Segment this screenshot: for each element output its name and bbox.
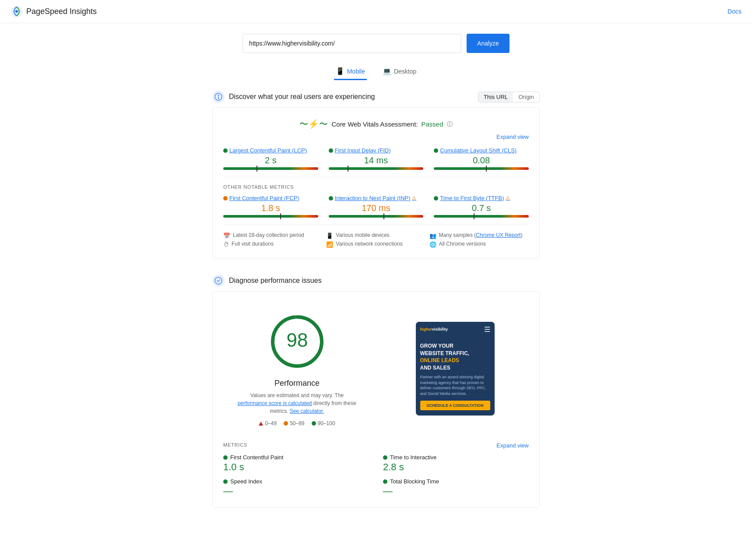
bottom-metric-fcp: First Contentful Paint 1.0 s <box>223 454 369 473</box>
performance-score-link[interactable]: performance score is calculated <box>238 400 312 406</box>
logo: PageSpeed Insights <box>11 5 97 18</box>
metric-inp-value: 170 ms <box>329 203 424 213</box>
desktop-icon: 💻 <box>383 67 391 75</box>
bottom-metric-si: Speed Index — <box>223 478 369 497</box>
legend-red-triangle <box>259 422 263 426</box>
metric-lcp: Largest Contentful Paint (LCP) 2 s <box>223 147 318 170</box>
bottom-metric-tbt: Total Blocking Time — <box>383 478 529 497</box>
legend-bad: 0–49 <box>259 420 277 426</box>
main-content: Discover what your real users are experi… <box>205 84 547 508</box>
calculator-link[interactable]: See calculator. <box>290 408 324 414</box>
clock-icon: ⏱ <box>223 241 229 248</box>
network-icon: 📶 <box>326 241 333 248</box>
metrics-label: METRICS <box>223 442 247 449</box>
docs-link[interactable]: Docs <box>727 8 741 15</box>
chrome-icon: 🌐 <box>429 241 436 248</box>
primary-metrics-grid: Largest Contentful Paint (LCP) 2 s First… <box>223 147 529 170</box>
pagespeed-logo-icon <box>11 5 23 18</box>
metric-ttfb-bar <box>434 215 529 218</box>
info-visit-duration: ⏱ Full visit durations <box>223 241 323 248</box>
tab-desktop[interactable]: 💻 Desktop <box>381 63 418 80</box>
legend-orange-dot <box>284 421 288 426</box>
preview-logo: highervisibility <box>420 327 448 331</box>
info-network: 📶 Various network connections <box>326 241 425 248</box>
diagnose-icon <box>212 275 225 287</box>
score-legend: 0–49 50–89 90–100 <box>232 420 362 426</box>
score-area: 98 Performance Values are estimated and … <box>223 302 529 435</box>
metric-lcp-name[interactable]: Largest Contentful Paint (LCP) <box>223 147 318 154</box>
bottom-tti-dot <box>383 455 387 460</box>
tab-desktop-label: Desktop <box>394 68 416 75</box>
cwv-assessment-label: Core Web Vitals Assessment: <box>331 120 418 128</box>
inp-warning-icon: ⚠ <box>412 195 416 201</box>
inp-dot <box>329 196 333 201</box>
bottom-si-dot <box>223 479 228 484</box>
metric-cls-value: 0.08 <box>434 155 529 166</box>
diagnose-title: Diagnose performance issues <box>229 277 322 285</box>
metric-cls: Cumulative Layout Shift (CLS) 0.08 <box>434 147 529 170</box>
metric-inp: Interaction to Next Paint (INP) ⚠ 170 ms <box>329 195 424 218</box>
cwv-icon: 〜⚡〜 <box>299 118 328 130</box>
preview-menu-icon: ☰ <box>484 325 490 334</box>
url-input[interactable] <box>242 34 461 53</box>
preview-subtext: Partner with an award winning digital ma… <box>420 374 490 396</box>
mobile-devices-icon: 📱 <box>326 232 333 239</box>
other-notable-label: OTHER NOTABLE METRICS <box>223 184 529 190</box>
chrome-ux-link[interactable]: Chrome UX Report <box>476 232 520 238</box>
ttfb-dot <box>434 196 438 201</box>
legend-green-dot <box>312 421 316 426</box>
info-col-2: 📱 Various mobile devices 📶 Various netwo… <box>326 232 425 248</box>
fid-dot <box>329 148 333 153</box>
metric-fid-bar <box>329 167 424 170</box>
discover-title: Discover what your real users are experi… <box>229 93 375 101</box>
metric-fcp: First Contentful Paint (FCP) 1.8 s <box>223 195 318 218</box>
bottom-metrics: METRICS Expand view First Contentful Pai… <box>223 442 529 497</box>
metric-fcp-name[interactable]: First Contentful Paint (FCP) <box>223 195 318 201</box>
preview-cta-button: SCHEDULE A CONSULTATION <box>420 401 490 410</box>
performance-label: Performance <box>232 379 362 388</box>
diagnose-section-header: Diagnose performance issues <box>212 268 540 291</box>
bottom-metrics-header: METRICS Expand view <box>223 442 529 449</box>
score-circle-container: 98 <box>267 311 328 373</box>
bottom-tti-name: Time to Interactive <box>383 454 529 461</box>
score-circle-svg: 98 <box>267 311 328 372</box>
diagnose-expand-view[interactable]: Expand view <box>496 442 529 449</box>
info-col-1: 📅 Latest 28-day collection period ⏱ Full… <box>223 232 323 248</box>
metric-ttfb: Time to First Byte (TTFB) ⚠ 0.7 s <box>434 195 529 218</box>
tabs-section: 📱 Mobile 💻 Desktop <box>0 60 752 84</box>
bottom-fcp-name: First Contentful Paint <box>223 454 369 461</box>
search-section: Analyze <box>0 23 752 60</box>
bottom-tbt-name: Total Blocking Time <box>383 478 529 485</box>
origin-button[interactable]: Origin <box>513 92 539 102</box>
metric-ttfb-value: 0.7 s <box>434 203 529 213</box>
this-url-button[interactable]: This URL <box>478 92 513 102</box>
cwv-expand-view[interactable]: Expand view <box>223 134 529 140</box>
svg-rect-4 <box>218 97 219 99</box>
info-samples: 👥 Many samples (Chrome UX Report) <box>429 232 529 239</box>
metric-ttfb-name[interactable]: Time to First Byte (TTFB) ⚠ <box>434 195 529 201</box>
bottom-metric-tti: Time to Interactive 2.8 s <box>383 454 529 473</box>
bottom-tbt-value: — <box>383 486 529 497</box>
cls-dot <box>434 148 438 153</box>
metric-cls-name[interactable]: Cumulative Layout Shift (CLS) <box>434 147 529 154</box>
score-note: Values are estimated and may vary. The p… <box>236 391 358 415</box>
cwv-help-icon: ⓘ <box>447 120 453 128</box>
metric-fcp-value: 1.8 s <box>223 203 318 213</box>
metric-fcp-bar <box>223 215 318 218</box>
analyze-button[interactable]: Analyze <box>467 34 510 53</box>
fcp-dot <box>223 196 228 201</box>
people-icon: 👥 <box>429 232 436 239</box>
lcp-dot <box>223 148 228 153</box>
bottom-fcp-dot <box>223 455 228 460</box>
page-header: PageSpeed Insights Docs <box>0 0 752 23</box>
bottom-metrics-grid: First Contentful Paint 1.0 s Time to Int… <box>223 454 529 497</box>
bottom-tbt-dot <box>383 479 387 484</box>
metric-fid-name[interactable]: First Input Delay (FID) <box>329 147 424 154</box>
bottom-si-value: — <box>223 486 369 497</box>
metric-inp-name[interactable]: Interaction to Next Paint (INP) ⚠ <box>329 195 424 201</box>
legend-needs-improvement: 50–89 <box>284 420 304 426</box>
bottom-tti-value: 2.8 s <box>383 461 529 473</box>
mobile-icon: 📱 <box>336 67 344 75</box>
tab-mobile[interactable]: 📱 Mobile <box>334 63 367 80</box>
bottom-si-name: Speed Index <box>223 478 369 485</box>
